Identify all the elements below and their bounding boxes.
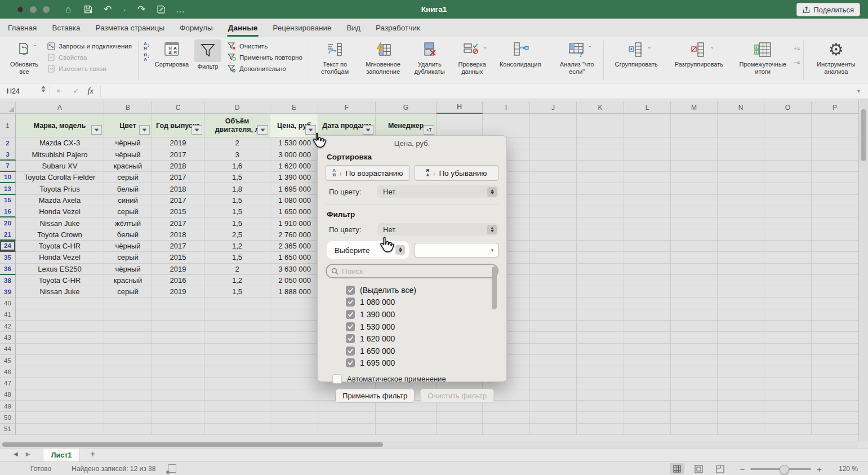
- filter-list-scrollbar-thumb[interactable]: [492, 267, 497, 309]
- cell-empty[interactable]: [104, 401, 152, 412]
- cell[interactable]: 2017: [152, 241, 204, 252]
- cell-empty[interactable]: [718, 389, 764, 401]
- ungroup-button[interactable]: ⌄ Разгруппировать: [666, 39, 732, 68]
- properties-button[interactable]: Свойства: [47, 54, 132, 61]
- cell-empty[interactable]: [764, 275, 812, 286]
- cell-empty[interactable]: [718, 206, 764, 217]
- cell-empty[interactable]: [16, 355, 104, 366]
- cell-empty[interactable]: [764, 195, 812, 206]
- cell-empty[interactable]: [812, 401, 858, 412]
- cell-empty[interactable]: [671, 264, 718, 275]
- cell-empty[interactable]: [204, 298, 270, 309]
- column-header-I[interactable]: I: [483, 101, 530, 114]
- cell[interactable]: Honda Vezel: [16, 252, 104, 263]
- cell-empty[interactable]: [812, 114, 858, 137]
- cell-empty[interactable]: [624, 114, 671, 137]
- undo-chevron-icon[interactable]: ⌄: [122, 5, 127, 15]
- cell[interactable]: белый: [104, 229, 152, 241]
- column-header-D[interactable]: D: [204, 101, 270, 114]
- tab-Разметка страницы[interactable]: Разметка страницы: [96, 24, 164, 32]
- what-if-analysis-button[interactable]: ? ⌄ Анализ "что если": [553, 39, 600, 76]
- cell-empty[interactable]: [104, 298, 152, 309]
- cell-empty[interactable]: [718, 114, 764, 137]
- cell-empty[interactable]: [577, 424, 624, 435]
- cell-empty[interactable]: [764, 366, 812, 378]
- filter-search-input[interactable]: Поиск: [326, 264, 498, 278]
- cell-empty[interactable]: [764, 183, 812, 194]
- text-to-columns-button[interactable]: Текст по столбцам: [312, 39, 358, 76]
- home-icon[interactable]: ⌂: [63, 5, 73, 15]
- cell-empty[interactable]: [671, 298, 718, 309]
- cell[interactable]: 1,5: [204, 217, 270, 229]
- cell-empty[interactable]: [437, 114, 483, 137]
- cell-empty[interactable]: [152, 298, 204, 309]
- cell-empty[interactable]: [764, 389, 812, 401]
- row-number-1[interactable]: 1: [0, 114, 16, 137]
- cell-empty[interactable]: [812, 172, 858, 183]
- cell-empty[interactable]: [270, 412, 318, 423]
- cell-empty[interactable]: [718, 366, 764, 378]
- cell[interactable]: 1 080 000: [270, 195, 318, 206]
- filter-dropdown-button[interactable]: [139, 125, 150, 135]
- cell-empty[interactable]: [764, 137, 812, 149]
- cell-empty[interactable]: [577, 332, 624, 343]
- cell[interactable]: 1,5: [204, 172, 270, 183]
- row-number-47[interactable]: 47: [0, 378, 16, 389]
- cell[interactable]: 2019: [152, 137, 204, 149]
- checkbox-checked-icon[interactable]: [346, 358, 355, 367]
- cell-empty[interactable]: [437, 424, 483, 435]
- cell-empty[interactable]: [764, 286, 812, 298]
- cell[interactable]: Mazda CX-3: [16, 137, 104, 149]
- hide-detail-icon[interactable]: −≡: [794, 59, 800, 65]
- cell-empty[interactable]: [671, 401, 718, 412]
- cell-empty[interactable]: [671, 217, 718, 229]
- cell-empty[interactable]: [718, 229, 764, 241]
- cell[interactable]: 1,5: [204, 252, 270, 263]
- cell[interactable]: синий: [104, 195, 152, 206]
- filter-dropdown-button[interactable]: [363, 125, 373, 135]
- cell[interactable]: серый: [104, 286, 152, 298]
- cell-empty[interactable]: [812, 344, 858, 355]
- cell-empty[interactable]: [718, 298, 764, 309]
- cell-empty[interactable]: [270, 309, 318, 321]
- name-box[interactable]: H24: [0, 83, 50, 99]
- edit-links-button[interactable]: Изменить связи: [47, 65, 132, 73]
- cell-empty[interactable]: [577, 264, 624, 275]
- cell[interactable]: серый: [104, 206, 152, 217]
- cell-empty[interactable]: [624, 172, 671, 183]
- reapply-filter-button[interactable]: Применить повторно: [228, 54, 302, 61]
- cell-empty[interactable]: [718, 321, 764, 332]
- auto-apply-checkbox[interactable]: Автоматическое применение: [332, 374, 506, 384]
- cell-empty[interactable]: [624, 344, 671, 355]
- cell-empty[interactable]: [671, 378, 718, 389]
- cell-empty[interactable]: [764, 229, 812, 241]
- row-number-3[interactable]: 3: [0, 149, 16, 161]
- cell-empty[interactable]: [812, 206, 858, 217]
- cell[interactable]: Toyota C-HR: [16, 241, 104, 252]
- cell-empty[interactable]: [718, 332, 764, 343]
- vertical-scrollbar[interactable]: [858, 99, 868, 441]
- cell-empty[interactable]: [812, 264, 858, 275]
- cell-empty[interactable]: [577, 161, 624, 172]
- cell-empty[interactable]: [204, 389, 270, 401]
- cell[interactable]: 2,5: [204, 229, 270, 241]
- column-header-O[interactable]: O: [764, 101, 812, 114]
- cell-empty[interactable]: [764, 241, 812, 252]
- cell-empty[interactable]: [718, 137, 764, 149]
- cell-empty[interactable]: [270, 389, 318, 401]
- cell[interactable]: 2017: [152, 195, 204, 206]
- row-number-49[interactable]: 49: [0, 401, 16, 412]
- cell-empty[interactable]: [16, 401, 104, 412]
- cell-empty[interactable]: [577, 183, 624, 194]
- sort-ascending-button[interactable]: АЯ ↓: [144, 42, 150, 51]
- row-number-42[interactable]: 42: [0, 321, 16, 332]
- refresh-all-button[interactable]: ⌄ Обновить все: [5, 39, 44, 76]
- page-layout-view-button[interactable]: [691, 463, 706, 474]
- cell-empty[interactable]: [624, 137, 671, 149]
- cell[interactable]: 2 050 000: [270, 275, 318, 286]
- cell-empty[interactable]: [624, 264, 671, 275]
- cell-empty[interactable]: [671, 137, 718, 149]
- column-header-N[interactable]: N: [718, 101, 764, 114]
- tab-Данные[interactable]: Данные: [228, 24, 257, 32]
- cell[interactable]: Subaru XV: [16, 161, 104, 172]
